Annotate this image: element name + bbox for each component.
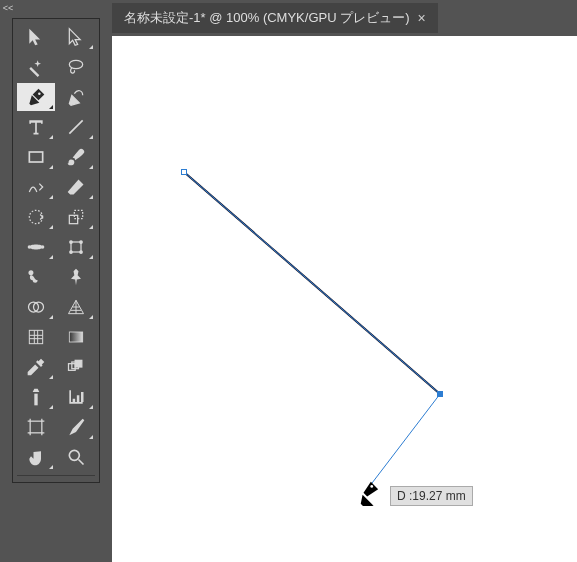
svg-line-26 [184, 172, 440, 394]
tab-title: 名称未設定-1* @ 100% (CMYK/GPU プレビュー) [124, 9, 410, 27]
type-tool[interactable] [17, 113, 55, 141]
svg-point-23 [69, 450, 79, 460]
graph-tool[interactable] [57, 383, 95, 411]
magic-wand-tool[interactable] [17, 53, 55, 81]
drawing-path [112, 36, 577, 562]
svg-point-4 [29, 210, 42, 223]
hand-tool[interactable] [17, 443, 55, 471]
line-tool[interactable] [57, 113, 95, 141]
rectangle-tool[interactable] [17, 143, 55, 171]
symbol-sprayer-tool[interactable] [17, 383, 55, 411]
svg-rect-9 [71, 242, 81, 252]
selection-tool[interactable] [17, 23, 55, 51]
measurement-tooltip: D :19.27 mm [390, 486, 473, 506]
svg-rect-17 [69, 332, 82, 342]
svg-point-1 [38, 92, 41, 95]
svg-rect-22 [30, 421, 42, 433]
document-area: 名称未設定-1* @ 100% (CMYK/GPU プレビュー) × D :19… [112, 0, 577, 562]
curvature-tool[interactable] [57, 83, 95, 111]
svg-rect-21 [34, 394, 37, 406]
tab-bar: 名称未設定-1* @ 100% (CMYK/GPU プレビュー) × [112, 0, 577, 36]
eraser-tool[interactable] [57, 173, 95, 201]
blend-tool[interactable] [57, 353, 95, 381]
brush-tool[interactable] [57, 143, 95, 171]
shape-builder-tool[interactable] [17, 293, 55, 321]
anchor-point-selected[interactable] [437, 391, 443, 397]
eyedropper-tool[interactable] [17, 353, 55, 381]
close-icon[interactable]: × [418, 10, 426, 26]
svg-rect-3 [29, 152, 42, 162]
gradient-tool[interactable] [57, 323, 95, 351]
pen-cursor-icon [358, 480, 380, 506]
width-tool[interactable] [17, 233, 55, 261]
svg-rect-20 [75, 360, 82, 367]
free-transform-tool[interactable] [57, 233, 95, 261]
svg-point-12 [70, 251, 73, 254]
puppet-warp-tool[interactable] [17, 263, 55, 291]
svg-rect-16 [29, 330, 42, 343]
direct-selection-tool[interactable] [57, 23, 95, 51]
slice-tool[interactable] [57, 413, 95, 441]
artboard-tool[interactable] [17, 413, 55, 441]
svg-point-0 [69, 60, 82, 68]
svg-point-7 [28, 245, 31, 248]
svg-point-10 [70, 241, 73, 244]
svg-line-2 [69, 120, 82, 133]
toolbox [12, 18, 100, 483]
svg-point-28 [370, 485, 373, 488]
zoom-tool[interactable] [57, 443, 95, 471]
svg-point-8 [41, 245, 44, 248]
pin-tool[interactable] [57, 263, 95, 291]
svg-rect-5 [69, 215, 77, 223]
lasso-tool[interactable] [57, 53, 95, 81]
svg-line-24 [79, 460, 84, 465]
perspective-tool[interactable] [57, 293, 95, 321]
scale-tool[interactable] [57, 203, 95, 231]
svg-line-27 [369, 394, 440, 487]
svg-rect-6 [74, 210, 82, 218]
svg-line-25 [184, 172, 440, 394]
svg-point-11 [80, 241, 83, 244]
svg-point-13 [80, 251, 83, 254]
document-tab[interactable]: 名称未設定-1* @ 100% (CMYK/GPU プレビュー) × [112, 3, 438, 33]
collapse-panel-button[interactable]: << [0, 0, 16, 16]
mesh-tool[interactable] [17, 323, 55, 351]
canvas[interactable]: D :19.27 mm [112, 36, 577, 562]
shaper-tool[interactable] [17, 173, 55, 201]
anchor-point[interactable] [181, 169, 187, 175]
rotate-tool[interactable] [17, 203, 55, 231]
pen-tool[interactable] [17, 83, 55, 111]
